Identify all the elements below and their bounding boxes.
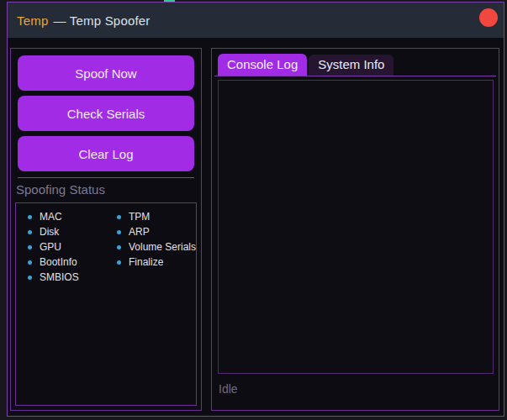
check-serials-button[interactable]: Check Serials bbox=[18, 96, 194, 131]
app-window: Temp — Temp Spoofer Spoof Now Check Seri… bbox=[7, 2, 504, 417]
status-item-tpm: TPM bbox=[107, 209, 196, 224]
status-column-1: MAC Disk GPU BootInfo SMBIOS bbox=[18, 209, 107, 405]
status-item-finalize: Finalize bbox=[107, 255, 196, 270]
bullet-icon bbox=[28, 260, 32, 265]
spoof-now-button[interactable]: Spoof Now bbox=[18, 55, 194, 91]
console-status-text: Idle bbox=[219, 382, 238, 396]
close-button[interactable] bbox=[479, 8, 498, 27]
tab-console-log[interactable]: Console Log bbox=[218, 54, 307, 76]
app-name: Temp bbox=[17, 13, 48, 28]
clear-log-button[interactable]: Clear Log bbox=[18, 136, 194, 171]
bullet-icon bbox=[28, 215, 32, 219]
divider bbox=[18, 177, 194, 178]
status-item-volume-serials: Volume Serials bbox=[107, 239, 196, 255]
tab-bar: Console Log System Info bbox=[218, 54, 393, 76]
status-item-mac: MAC bbox=[18, 209, 107, 224]
bullet-icon bbox=[28, 230, 32, 234]
status-item-disk: Disk bbox=[18, 224, 107, 239]
tab-system-info[interactable]: System Info bbox=[309, 55, 393, 76]
left-panel: Spoof Now Check Serials Clear Log Spoofi… bbox=[10, 48, 202, 411]
status-column-2: TPM ARP Volume Serials Finalize bbox=[107, 209, 196, 405]
bullet-icon bbox=[117, 215, 121, 219]
spoofing-status-list: MAC Disk GPU BootInfo SMBIOS bbox=[15, 202, 197, 406]
tab-underline bbox=[214, 76, 496, 76]
spoofing-status-heading: Spoofing Status bbox=[16, 182, 201, 197]
status-item-smbios: SMBIOS bbox=[18, 270, 107, 285]
bullet-icon bbox=[117, 245, 121, 249]
console-log-output bbox=[218, 80, 494, 374]
bullet-icon bbox=[28, 276, 32, 280]
bullet-icon bbox=[117, 230, 121, 234]
bullet-icon bbox=[117, 260, 121, 265]
status-item-arp: ARP bbox=[107, 224, 196, 239]
titlebar[interactable]: Temp — Temp Spoofer bbox=[8, 3, 504, 38]
window-title: — Temp Spoofer bbox=[53, 13, 150, 28]
status-item-bootinfo: BootInfo bbox=[18, 255, 107, 270]
status-item-gpu: GPU bbox=[18, 239, 107, 255]
right-panel: Console Log System Info Idle bbox=[211, 48, 499, 411]
bullet-icon bbox=[28, 245, 32, 249]
